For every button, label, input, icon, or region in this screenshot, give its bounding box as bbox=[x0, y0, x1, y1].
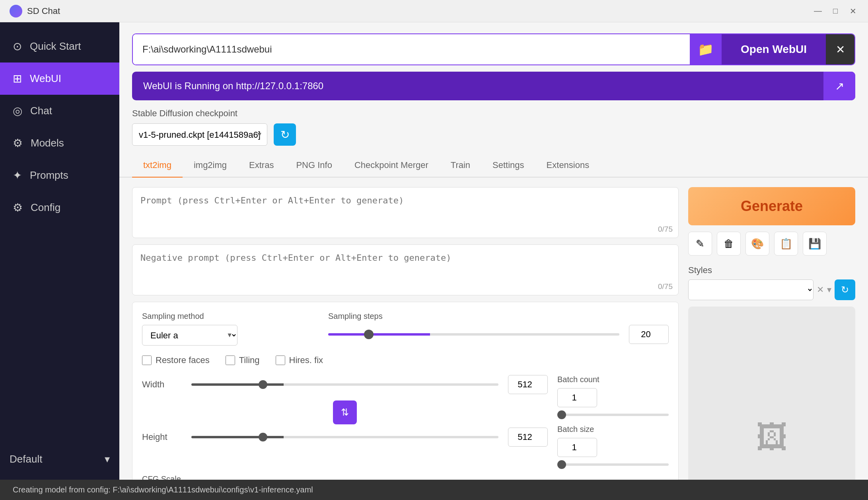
tab-extensions[interactable]: Extensions bbox=[535, 154, 601, 178]
webui-icon: ⊞ bbox=[13, 72, 22, 85]
batch-size-input[interactable]: 1 bbox=[557, 438, 597, 457]
open-webui-button[interactable]: Open WebUI bbox=[722, 34, 826, 64]
tab-extras[interactable]: Extras bbox=[238, 154, 285, 178]
tab-settings[interactable]: Settings bbox=[481, 154, 535, 178]
batch-count-input[interactable]: 1 bbox=[557, 388, 597, 407]
sidebar-label-quick-start: Quick Start bbox=[30, 40, 81, 53]
tab-train[interactable]: Train bbox=[440, 154, 481, 178]
hires-fix-input[interactable] bbox=[276, 355, 285, 365]
width-input[interactable]: 512 bbox=[508, 375, 548, 394]
positive-token-count: 0/75 bbox=[658, 225, 673, 234]
tab-txt2img[interactable]: txt2img bbox=[132, 154, 183, 178]
trash-button[interactable]: 🗑 bbox=[717, 232, 741, 256]
minimize-button[interactable]: — bbox=[812, 6, 823, 17]
tab-png-info[interactable]: PNG Info bbox=[285, 154, 343, 178]
profile-selector[interactable]: Default ▾ bbox=[0, 447, 119, 472]
height-label: Height bbox=[142, 432, 182, 442]
generate-button[interactable]: Generate bbox=[688, 187, 855, 225]
path-close-button[interactable]: ✕ bbox=[826, 34, 854, 64]
height-slider[interactable] bbox=[191, 436, 498, 438]
batch-size-label: Batch size bbox=[557, 425, 669, 434]
sidebar-item-models[interactable]: ⚙ Models bbox=[0, 127, 119, 159]
checkpoint-select[interactable]: v1-5-pruned.ckpt [e1441589a6] bbox=[132, 123, 267, 146]
action-icons-row: ✎ 🗑 🎨 📋 💾 bbox=[688, 232, 855, 256]
batch-col: Batch count 1 Batch size 1 bbox=[557, 375, 669, 468]
external-link-button[interactable]: ↗ bbox=[823, 72, 855, 100]
checkpoint-refresh-button[interactable]: ↻ bbox=[274, 123, 296, 146]
path-folder-button[interactable]: 📁 bbox=[690, 34, 722, 64]
path-input[interactable] bbox=[133, 34, 690, 64]
sampling-steps-slider[interactable] bbox=[328, 333, 619, 336]
styles-chevron-icon[interactable]: ▾ bbox=[827, 285, 831, 295]
restore-faces-checkbox[interactable]: Restore faces bbox=[142, 355, 210, 365]
method-row: Sampling method Euler a Sampling steps bbox=[142, 312, 669, 346]
positive-prompt-textarea[interactable] bbox=[132, 188, 678, 235]
sampling-method-select[interactable]: Euler a bbox=[142, 325, 237, 346]
checkpoint-section: Stable Diffusion checkpoint v1-5-pruned.… bbox=[119, 108, 868, 146]
tab-img2img[interactable]: img2img bbox=[183, 154, 238, 178]
window-title: SD Chat bbox=[27, 6, 60, 16]
styles-clear-icon[interactable]: ✕ bbox=[817, 285, 824, 295]
sidebar-item-config[interactable]: ⚙ Config bbox=[0, 191, 119, 224]
sidebar: ⊙ Quick Start ⊞ WebUI ◎ Chat ⚙ Models ✦ … bbox=[0, 22, 119, 480]
webui-path-section: 📁 Open WebUI ✕ WebUI is Running on http:… bbox=[119, 22, 868, 100]
chat-icon: ◎ bbox=[13, 104, 22, 117]
tiling-input[interactable] bbox=[226, 355, 235, 365]
clipboard-button[interactable]: 📋 bbox=[774, 232, 798, 256]
sidebar-item-quick-start[interactable]: ⊙ Quick Start bbox=[0, 30, 119, 62]
sampling-steps-input[interactable]: 20 bbox=[629, 325, 669, 344]
sidebar-label-prompts: Prompts bbox=[30, 169, 68, 182]
positive-prompt-box: 0/75 bbox=[132, 187, 679, 238]
sidebar-label-webui: WebUI bbox=[30, 72, 61, 85]
styles-refresh-button[interactable]: ↻ bbox=[835, 279, 855, 300]
restore-faces-input[interactable] bbox=[142, 355, 152, 365]
save-button[interactable]: 💾 bbox=[803, 232, 827, 256]
checkpoint-row: v1-5-pruned.ckpt [e1441589a6] ↻ bbox=[132, 123, 855, 146]
sampling-method-group: Sampling method Euler a bbox=[142, 312, 312, 346]
models-icon: ⚙ bbox=[13, 137, 23, 150]
config-icon: ⚙ bbox=[13, 201, 23, 214]
titlebar: SD Chat — □ ✕ bbox=[0, 0, 868, 22]
height-input[interactable]: 512 bbox=[508, 428, 548, 447]
negative-prompt-textarea[interactable] bbox=[132, 245, 678, 293]
batch-count-slider[interactable] bbox=[557, 414, 669, 416]
hires-fix-label: Hires. fix bbox=[289, 355, 323, 365]
profile-chevron: ▾ bbox=[105, 453, 110, 465]
app-icon bbox=[10, 5, 22, 18]
color-button[interactable]: 🎨 bbox=[745, 232, 769, 256]
prompts-icon: ✦ bbox=[13, 169, 22, 182]
close-button[interactable]: ✕ bbox=[847, 6, 858, 17]
batch-size-slider[interactable] bbox=[557, 463, 669, 466]
checkboxes-row: Restore faces Tiling Hires. fix bbox=[142, 355, 669, 365]
tiling-checkbox[interactable]: Tiling bbox=[226, 355, 260, 365]
swap-dimensions-button[interactable]: ⇅ bbox=[333, 400, 357, 424]
sidebar-item-chat[interactable]: ◎ Chat bbox=[0, 95, 119, 127]
params-section: Sampling method Euler a Sampling steps bbox=[132, 302, 679, 480]
batch-count-label: Batch count bbox=[557, 375, 669, 384]
sidebar-item-webui[interactable]: ⊞ WebUI bbox=[0, 62, 119, 95]
sidebar-label-chat: Chat bbox=[30, 105, 52, 117]
dimensions-left: Width 512 ⇅ Height bbox=[142, 375, 548, 453]
sidebar-item-prompts[interactable]: ✦ Prompts bbox=[0, 159, 119, 191]
tiling-label: Tiling bbox=[239, 355, 260, 365]
webui-path-bar: 📁 Open WebUI ✕ bbox=[132, 33, 855, 65]
image-preview: 🖼 bbox=[688, 307, 855, 480]
hires-fix-checkbox[interactable]: Hires. fix bbox=[276, 355, 323, 365]
titlebar-left: SD Chat bbox=[10, 5, 60, 18]
tabs-bar: txt2img img2img Extras PNG Info Checkpoi… bbox=[119, 154, 868, 178]
sidebar-label-config: Config bbox=[31, 201, 60, 214]
cfg-scale-section: CFG Scale 7 bbox=[142, 475, 669, 480]
pencil-button[interactable]: ✎ bbox=[688, 232, 712, 256]
image-placeholder-icon: 🖼 bbox=[756, 419, 788, 456]
styles-select[interactable] bbox=[688, 279, 814, 300]
maximize-button[interactable]: □ bbox=[830, 6, 841, 17]
restore-faces-label: Restore faces bbox=[156, 355, 210, 365]
negative-prompt-box: 0/75 bbox=[132, 244, 679, 295]
width-slider[interactable] bbox=[191, 383, 498, 386]
styles-label: Styles bbox=[688, 265, 855, 275]
running-text: WebUI is Running on http://127.0.0.1:786… bbox=[132, 80, 823, 92]
sampling-method-label: Sampling method bbox=[142, 312, 312, 321]
tab-checkpoint-merger[interactable]: Checkpoint Merger bbox=[343, 154, 440, 178]
cfg-scale-label: CFG Scale bbox=[142, 475, 669, 480]
tab-content-txt2img: 0/75 0/75 Sampling method bbox=[119, 178, 868, 480]
